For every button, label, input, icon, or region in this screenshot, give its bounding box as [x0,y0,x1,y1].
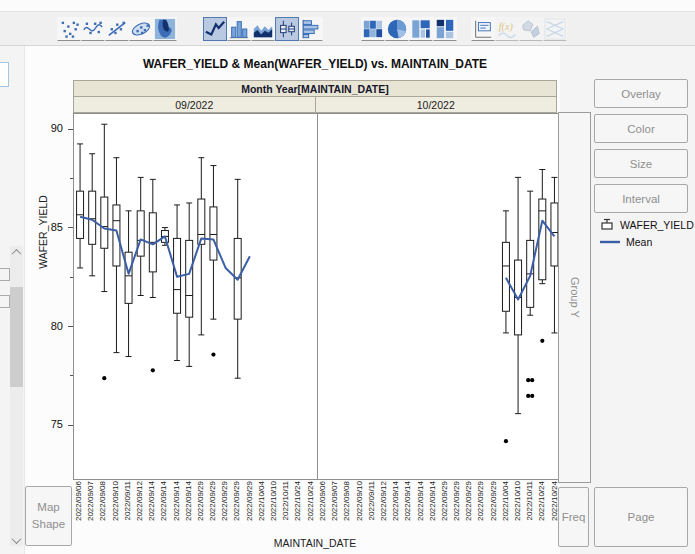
heatmap-icon[interactable] [361,17,385,41]
x-axis-tick-label: 2022/09/14 [183,481,195,521]
box-plot[interactable] [526,191,534,398]
x-tick-labels-panel-2: 2022/09/062022/09/072022/09/082022/09/10… [317,481,561,521]
x-axis-tick-label: 2022/10/24 [536,481,548,521]
plot-panel-09-2022[interactable] [74,114,318,479]
plot-panel-10-2022[interactable] [318,114,561,479]
collapsed-panel-fragment [0,62,9,87]
contour-icon[interactable] [153,17,177,41]
panel-header-band: 09/2022 10/2022 [73,97,557,113]
mosaic-icon[interactable] [433,17,457,41]
graph-title[interactable]: WAFER_YIELD & Mean(WAFER_YIELD) vs. MAIN… [73,57,557,71]
scroll-down-icon[interactable] [10,534,23,546]
x-axis-tick-label: 2022/10/10 [268,481,280,521]
x-axis-tick-label: 2022/09/07 [329,481,341,521]
box-plot[interactable] [538,170,545,343]
y-axis-title[interactable]: WAFER_YIELD [37,187,49,277]
x-axis-tick-label: 2022/09/12 [134,481,146,521]
area-icon[interactable] [251,17,275,41]
drop-zone-freq[interactable]: Freq [558,487,589,547]
outlier-point[interactable] [102,376,106,380]
scrollbar-thumb[interactable] [10,287,23,387]
line-of-fit-icon[interactable] [105,17,129,41]
x-axis-tick-label: 2022/09/29 [439,481,451,521]
pie-icon[interactable] [385,17,409,41]
outlier-point[interactable] [526,394,530,398]
outlier-point[interactable] [530,378,534,382]
toolbar-group [203,17,323,41]
x-axis-tick-label: 2022/09/10 [110,481,122,521]
x-tick-labels-panel-1: 2022/09/062022/09/072022/09/082022/09/10… [73,481,317,521]
x-axis-tick-label: 2022/09/29 [219,481,231,521]
y-axis-tick [68,425,73,426]
box-plot[interactable] [77,144,84,268]
legend: WAFER_YIELD Mean [600,216,694,250]
y-axis-minor-tick [70,277,73,278]
box-plot[interactable] [113,158,120,353]
box-plot[interactable] [210,166,217,357]
box-plot[interactable] [502,211,509,443]
box-plot[interactable] [125,211,132,357]
bar-icon[interactable] [227,17,251,41]
plot-panels [73,113,561,480]
outlier-point[interactable] [540,339,544,343]
drop-zone-interval[interactable]: Interval [594,184,688,213]
x-axis-tick-label: 2022/09/08 [341,481,353,521]
jmp-graph-builder-window: f(x) WAFER_YIELD & Mean(WAFER_YIELD) vs.… [0,0,695,554]
x-axis-tick-label: 2022/10/24 [292,481,304,521]
y-axis-tick [68,227,73,228]
scroll-up-icon[interactable] [10,246,23,258]
box-plot[interactable] [186,203,193,366]
panel-header-cell: 09/2022 [74,97,316,112]
y-axis-tick-label: 85 [51,221,63,233]
y-axis-tick-label: 90 [51,122,63,134]
drop-zone-overlay[interactable]: Overlay [594,79,688,108]
drop-zone-size[interactable]: Size [594,149,688,178]
parallel-icon[interactable] [543,17,567,41]
outlier-point[interactable] [526,378,530,382]
x-axis-tick-label: 2022/09/29 [231,481,243,521]
x-axis-tick-label: 2022/09/14 [390,481,402,521]
drop-zone-page[interactable]: Page [594,487,688,547]
outlier-point[interactable] [503,439,507,443]
legend-item-wafer-yield[interactable]: WAFER_YIELD [600,216,694,233]
box-plot[interactable] [101,124,108,380]
caption-box-icon[interactable] [471,17,495,41]
y-axis[interactable]: 90858075 [38,113,73,478]
x-axis-tick-label: 2022/09/29 [207,481,219,521]
x-axis-title[interactable]: MAINTAIN_DATE [73,537,557,549]
x-axis-tick-label: 2022/09/08 [97,481,109,521]
box-plot-legend-icon [600,218,614,231]
legend-item-mean[interactable]: Mean [600,233,694,250]
x-axis-tick-label: 2022/09/07 [85,481,97,521]
x-axis-tick-label: 2022/10/24 [305,481,317,521]
x-axis-tick-label: 2022/09/06 [73,481,85,521]
drop-zone-group-y[interactable]: Group Y [558,112,591,483]
y-axis-tick-label: 75 [51,418,63,430]
toolbar-group [57,17,177,41]
box-plot[interactable] [137,177,144,295]
y-axis-tick-label: 80 [51,320,63,332]
ellipse-icon[interactable] [129,17,153,41]
histogram-icon[interactable] [299,17,323,41]
box-plot[interactable] [149,179,156,372]
x-axis-tick-label: 2022/09/29 [463,481,475,521]
points-icon[interactable] [57,17,81,41]
outlier-point[interactable] [530,394,534,398]
treemap-icon[interactable] [409,17,433,41]
outlier-point[interactable] [211,352,215,356]
box-plot-icon[interactable] [275,17,299,41]
left-scrollbar[interactable] [10,246,23,546]
y-axis-tick [68,129,73,130]
line-icon[interactable] [203,17,227,41]
drop-zone-color[interactable]: Color [594,114,688,143]
smoother-icon[interactable] [81,17,105,41]
map-shape-icon[interactable] [519,17,543,41]
box-plot[interactable] [89,154,96,276]
outlier-point[interactable] [151,368,155,372]
box-plot[interactable] [550,177,557,333]
box-plot[interactable] [174,205,181,361]
x-axis-tick-label: 2022/09/29 [195,481,207,521]
formula-icon[interactable]: f(x) [495,17,519,41]
group-header-label: Month Year[MAINTAIN_DATE] [241,83,389,95]
drop-zone-map-shape[interactable]: Map Shape [25,486,72,546]
